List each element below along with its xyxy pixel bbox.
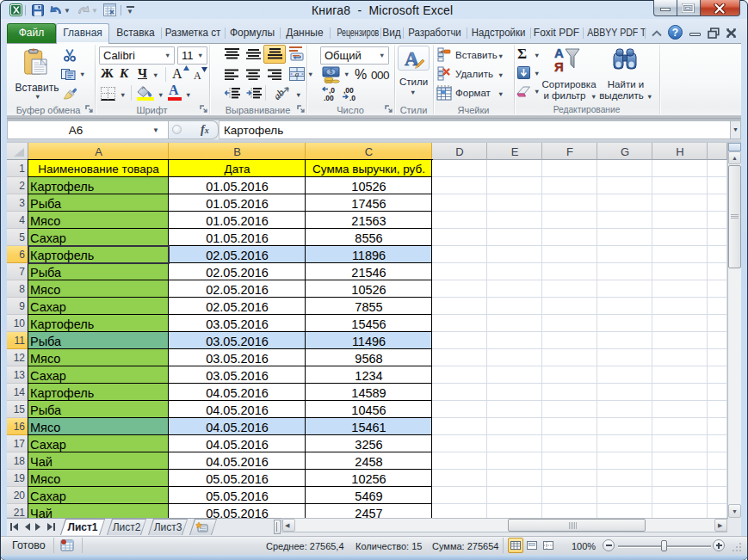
svg-text:?: ? bbox=[672, 27, 678, 39]
svg-text:А: А bbox=[554, 46, 564, 60]
svg-text:,0: ,0 bbox=[349, 94, 355, 102]
svg-text:a: a bbox=[295, 70, 300, 78]
svg-text:Я: Я bbox=[554, 59, 564, 72]
svg-text:,00: ,00 bbox=[324, 94, 334, 102]
svg-text:$: $ bbox=[330, 68, 333, 76]
